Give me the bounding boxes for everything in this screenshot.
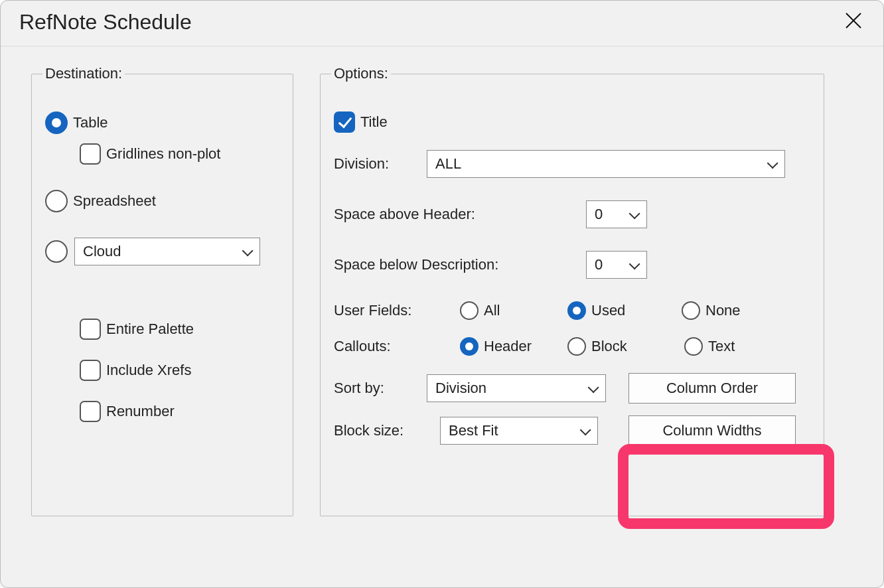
- callouts-text-radio[interactable]: Text: [684, 337, 735, 356]
- callouts-block-radio[interactable]: Block: [567, 337, 643, 356]
- user-fields-none-radio[interactable]: None: [682, 301, 741, 320]
- user-fields-used-label: Used: [591, 302, 625, 319]
- chevron-down-icon: [628, 261, 638, 268]
- sort-by-label: Sort by:: [334, 380, 427, 397]
- destination-spreadsheet-label: Spreadsheet: [73, 192, 156, 210]
- radio-icon: [567, 301, 586, 320]
- checkbox-icon: [80, 319, 101, 340]
- gridlines-label: Gridlines non-plot: [106, 145, 220, 163]
- space-below-desc-value: 0: [595, 256, 603, 273]
- callouts-block-label: Block: [591, 338, 627, 355]
- user-fields-label: User Fields:: [334, 302, 460, 319]
- renumber-checkbox[interactable]: Renumber: [80, 401, 175, 422]
- options-group: Options: Title Division: ALL Space above…: [320, 65, 824, 516]
- callouts-text-label: Text: [708, 338, 735, 355]
- space-below-description-label: Space below Description:: [334, 256, 586, 273]
- column-order-label: Column Order: [666, 380, 758, 397]
- destination-legend: Destination:: [42, 65, 125, 82]
- titlebar: RefNote Schedule: [1, 1, 883, 46]
- title-label: Title: [360, 113, 388, 131]
- destination-cloud-value: Cloud: [83, 243, 121, 260]
- block-size-label: Block size:: [334, 422, 440, 439]
- callouts-header-label: Header: [484, 338, 532, 355]
- checkbox-icon: [334, 111, 355, 133]
- column-widths-label: Column Widths: [662, 422, 761, 439]
- entire-palette-checkbox[interactable]: Entire Palette: [80, 319, 194, 340]
- destination-cloud-select[interactable]: Cloud: [74, 238, 260, 265]
- division-select[interactable]: ALL: [427, 150, 785, 178]
- chevron-down-icon: [766, 161, 776, 167]
- destination-table-label: Table: [73, 114, 108, 131]
- radio-icon: [684, 337, 703, 356]
- user-fields-all-radio[interactable]: All: [460, 301, 526, 320]
- dialog-content: Destination: Table Gridlines non-plot Sp…: [1, 46, 883, 543]
- include-xrefs-label: Include Xrefs: [106, 362, 191, 379]
- destination-group: Destination: Table Gridlines non-plot Sp…: [31, 65, 293, 516]
- radio-icon: [45, 111, 68, 134]
- block-size-select[interactable]: Best Fit: [440, 417, 598, 445]
- destination-spreadsheet-radio[interactable]: Spreadsheet: [45, 190, 156, 212]
- close-button[interactable]: [840, 9, 867, 35]
- chevron-down-icon: [628, 211, 638, 218]
- sort-by-value: Division: [435, 380, 486, 397]
- radio-icon: [682, 301, 700, 320]
- radio-icon: [460, 301, 479, 320]
- close-icon: [845, 12, 862, 29]
- radio-icon: [45, 190, 68, 212]
- destination-table-radio[interactable]: Table: [45, 111, 108, 134]
- callouts-label: Callouts:: [334, 338, 460, 355]
- destination-cloud-radio[interactable]: [45, 240, 68, 263]
- radio-icon: [460, 337, 479, 356]
- radio-icon: [45, 240, 68, 263]
- space-above-header-select[interactable]: 0: [586, 200, 647, 228]
- checkbox-icon: [80, 401, 101, 422]
- column-widths-button[interactable]: Column Widths: [628, 415, 796, 446]
- chevron-down-icon: [241, 248, 252, 255]
- division-value: ALL: [435, 155, 461, 173]
- options-legend: Options:: [331, 65, 391, 82]
- sort-by-select[interactable]: Division: [427, 374, 606, 402]
- division-label: Division:: [334, 155, 427, 173]
- chevron-down-icon: [579, 427, 589, 434]
- checkbox-icon: [80, 143, 101, 165]
- renumber-label: Renumber: [106, 403, 175, 420]
- user-fields-radio-group: All Used None: [460, 301, 741, 320]
- block-size-value: Best Fit: [449, 422, 498, 439]
- space-above-header-label: Space above Header:: [334, 206, 586, 223]
- callouts-header-radio[interactable]: Header: [460, 337, 548, 356]
- include-xrefs-checkbox[interactable]: Include Xrefs: [80, 360, 191, 381]
- entire-palette-label: Entire Palette: [106, 321, 194, 338]
- refnote-schedule-dialog: RefNote Schedule Destination: Table Grid…: [0, 0, 884, 588]
- user-fields-all-label: All: [484, 302, 500, 319]
- user-fields-used-radio[interactable]: Used: [567, 301, 640, 320]
- gridlines-non-plot-checkbox[interactable]: Gridlines non-plot: [80, 143, 220, 165]
- chevron-down-icon: [587, 385, 597, 392]
- user-fields-none-label: None: [705, 302, 741, 319]
- space-above-header-value: 0: [595, 206, 603, 223]
- column-order-button[interactable]: Column Order: [628, 373, 796, 404]
- checkbox-icon: [80, 360, 101, 381]
- space-below-description-select[interactable]: 0: [586, 251, 647, 279]
- radio-icon: [567, 337, 586, 356]
- dialog-title: RefNote Schedule: [19, 10, 192, 35]
- title-checkbox[interactable]: Title: [334, 111, 388, 133]
- callouts-radio-group: Header Block Text: [460, 337, 735, 356]
